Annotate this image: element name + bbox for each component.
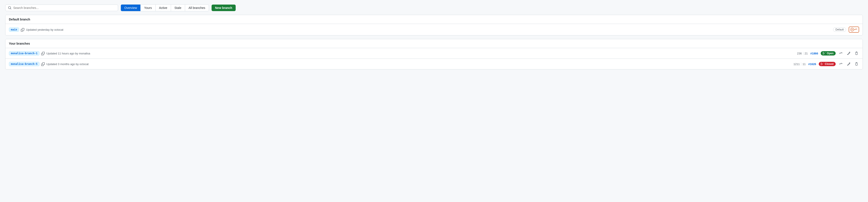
- table-row: monalisa-branch-1 Updated 11 hours ago b…: [5, 48, 863, 59]
- branch-2-commit-counts: 1211 11: [793, 62, 806, 66]
- activity-graph-icon: [854, 28, 857, 31]
- new-branch-button[interactable]: New branch: [212, 5, 236, 11]
- your-branches-section-title: Your branches: [5, 39, 863, 48]
- branch-2-right: 1211 11 #1626 Closed: [793, 61, 859, 67]
- branch-1-pr-link[interactable]: #1866: [810, 52, 818, 55]
- branch-1-status-badge: Open: [821, 51, 836, 55]
- search-icon: [8, 6, 11, 9]
- default-branch-section-title: Default branch: [5, 15, 863, 24]
- default-branch-name: main: [9, 27, 19, 32]
- tab-stale[interactable]: Stale: [171, 5, 185, 11]
- search-input[interactable]: [13, 6, 115, 9]
- tab-all-branches[interactable]: All branches: [185, 5, 209, 11]
- branch-2-meta: Updated 3 months ago by octocat: [46, 62, 794, 66]
- branch-2-name: monalisa-branch-5: [9, 62, 39, 66]
- branch-1-activity-button[interactable]: [838, 51, 843, 56]
- branch-1-commit-counts: 236 21: [797, 52, 808, 55]
- your-branches-section: Your branches monalisa-branch-1 Updated …: [5, 39, 863, 70]
- copy-branch-1-icon[interactable]: [41, 51, 45, 55]
- table-row: monalisa-branch-5 Updated 3 months ago b…: [5, 59, 863, 69]
- branch-2-activity-button[interactable]: [838, 61, 843, 67]
- branch-2-ahead: 1211: [793, 62, 801, 66]
- delete-icon: [855, 52, 858, 55]
- branch-2-delete-button[interactable]: [854, 61, 859, 67]
- branch-1-edit-button[interactable]: [846, 51, 851, 56]
- branch-1-delete-button[interactable]: [854, 51, 859, 56]
- branch-1-name: monalisa-branch-1: [9, 51, 39, 55]
- branch-1-ahead: 236: [797, 52, 803, 55]
- default-branch-activity-button[interactable]: [849, 27, 859, 33]
- branch-1-meta: Updated 11 hours ago by monalisa: [46, 52, 797, 55]
- search-box[interactable]: [5, 5, 118, 11]
- default-branch-right: Default: [833, 27, 859, 33]
- top-bar: Overview Yours Active Stale All branches…: [5, 4, 863, 11]
- edit-icon: [847, 52, 850, 55]
- branch-1-behind: 21: [805, 52, 808, 55]
- branch-2-behind: 11: [803, 62, 806, 66]
- default-branch-row: main Updated yesterday by octocat Defaul…: [5, 24, 863, 35]
- branch-1-right: 236 21 #1866 Open: [797, 51, 859, 56]
- tab-overview[interactable]: Overview: [121, 5, 141, 11]
- tab-yours[interactable]: Yours: [141, 5, 155, 11]
- branch-2-status-badge: Closed: [819, 62, 836, 66]
- activity-icon: [839, 52, 843, 55]
- branch-2-pr-link[interactable]: #1626: [808, 62, 816, 66]
- tab-group: Overview Yours Active Stale All branches: [121, 4, 209, 11]
- branch-2-edit-button[interactable]: [846, 61, 851, 67]
- delete-icon-2: [855, 62, 858, 66]
- copy-branch-2-icon[interactable]: [41, 62, 45, 66]
- activity-icon-2: [839, 62, 843, 66]
- default-badge: Default: [833, 27, 846, 32]
- copy-branch-name-icon[interactable]: [21, 28, 24, 31]
- default-branch-meta: Updated yesterday by octocat: [26, 28, 833, 31]
- edit-icon-2: [847, 62, 850, 66]
- tab-active[interactable]: Active: [156, 5, 171, 11]
- default-branch-section: Default branch main Updated yesterday by…: [5, 15, 863, 35]
